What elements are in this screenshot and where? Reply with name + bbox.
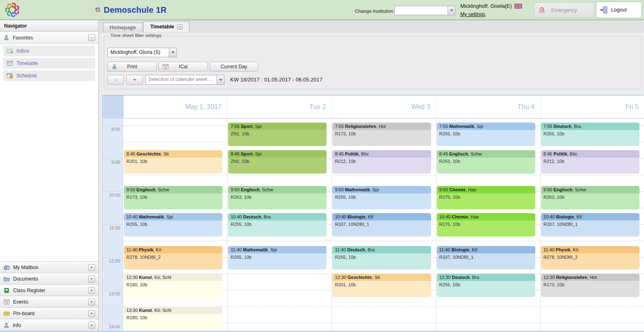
event-header: 8:45 Politik, Böc [332, 150, 431, 158]
event-header: 12:30 Religionslehre, Hot [541, 274, 639, 281]
navigator-sections: My Mailbox+Documents+Class Register+24Ev… [0, 261, 98, 331]
my-settings-link[interactable]: My settings [460, 12, 485, 17]
institution-select-value [395, 6, 448, 15]
timetable-event[interactable]: 10:40 Deutsch, BraR255, 10b [228, 213, 327, 237]
emergency-button[interactable]: Emergency [534, 2, 594, 18]
timetable-event[interactable]: 10:40 Chemie, HaeR275, 10b [437, 213, 535, 237]
person-select[interactable]: Micklinghoff, Gloria (S) [107, 48, 177, 57]
expand-button[interactable]: + [88, 264, 95, 271]
timetable-event[interactable]: 13:30 Kunst, Kö; SchlR180, 10b [124, 306, 222, 330]
event-room-group: R278, 10NDBI_2 [541, 253, 639, 261]
timetable-event[interactable]: 8:45 Geschichte, StiR201, 10b [124, 150, 222, 174]
svg-text:24: 24 [5, 301, 8, 304]
current-day-button[interactable]: Current Day [210, 62, 258, 72]
user-name-text: Micklinghoff, Gisela(E) [460, 3, 512, 9]
sidebar-section-class-register[interactable]: Class Register+ [0, 285, 98, 296]
sidebar-group-favorites[interactable]: Favorites - [0, 32, 98, 44]
timetable-event[interactable]: 8:45 Politik, BöcR212, 10b [541, 150, 639, 174]
expand-button[interactable]: + [88, 276, 95, 283]
tab-timetable[interactable]: Timetable × [143, 21, 189, 32]
expand-button[interactable]: + [88, 322, 95, 329]
dropdown-arrow-icon[interactable] [169, 48, 176, 57]
timetable-event[interactable]: 12:30 Religionslehre, HotR173, 10b [541, 274, 639, 297]
timetable-event[interactable]: 10:40 Biologie, KifR337, 10NDBI_1 [541, 213, 639, 237]
timetable-event[interactable]: 11:40 Mathematik, SpiR255, 10b [228, 246, 327, 269]
event-room-group: R337, 10NDBI_1 [541, 221, 639, 228]
week-plus-button[interactable]: + [126, 75, 143, 85]
event-room-group: R255, 10b [332, 193, 431, 201]
timetable-icon [7, 60, 13, 67]
event-header: 9:50 Englisch, Schw [124, 186, 222, 193]
logout-door-icon [600, 6, 608, 14]
user-name: Micklinghoff, Gisela(E) [460, 3, 522, 9]
dropdown-arrow-icon[interactable] [217, 75, 224, 84]
event-room-group: ZN1, 10b [228, 158, 327, 165]
timetable-event[interactable]: 9:50 Englisch, SchwR173, 10b [124, 186, 222, 209]
ical-button[interactable]: 23 ICal [159, 62, 208, 72]
timetable-event[interactable]: 7:55 Mathematik, SpiR255, 10b [437, 123, 535, 146]
timetable-event[interactable]: 9:50 Englisch, SchwR263, 10b [228, 186, 327, 209]
timetable-event[interactable]: 10:40 Mathematik, SpiR255, 10b [124, 213, 222, 237]
timetable-event[interactable]: 12:30 Deutsch, BraR255, 10b [437, 274, 535, 297]
sidebar-section-info[interactable]: Info+ [0, 319, 98, 331]
timetable-event[interactable]: 9:50 Mathematik, SpiR255, 10b [332, 186, 431, 209]
collapse-button[interactable]: - [88, 34, 95, 41]
timetable-event[interactable]: 7:55 Religionslehre, HotR173, 10b [332, 123, 431, 146]
week-select[interactable]: Selection of calender week ... [145, 75, 224, 85]
sidebar-item-inbox[interactable]: InBox [3, 46, 95, 56]
timetable-event[interactable]: 8:45 Politik, BöcR212, 10b [332, 150, 431, 174]
sidebar-section-documents[interactable]: Documents+ [0, 273, 98, 285]
timetable-event[interactable]: 12:30 Kunst, Kö; SchlR180, 10b [124, 274, 222, 297]
time-label: 11:00 [103, 225, 120, 230]
print-button[interactable]: Print [107, 62, 157, 72]
dropdown-arrow-icon[interactable] [448, 6, 455, 15]
timetable-event[interactable]: 9:50 Englisch, SchwR263, 10b [541, 186, 639, 209]
sidebar-section-label: Documents [13, 276, 38, 282]
column-separator [540, 119, 541, 332]
institution-select[interactable] [394, 6, 455, 15]
book-icon [3, 287, 10, 294]
time-label: 8:00 [103, 127, 120, 132]
event-room-group: R255, 10b [332, 253, 431, 261]
timetable-event[interactable]: 8:45 Englisch, SchwR263, 10b [437, 150, 535, 174]
timetable-event[interactable]: 10:40 Biologie, KifR337, 10NDBI_1 [332, 213, 431, 237]
sidebar-section-my-mailbox[interactable]: My Mailbox+ [0, 262, 98, 273]
calendar-header-gutter [103, 95, 123, 118]
sidebar-item-timetable[interactable]: Timetable [3, 58, 95, 69]
timetable-event[interactable]: 9:50 Chemie, HaeR275, 10b [437, 186, 535, 209]
navigator-panel: Navigator Favorites - InBoxTimetableSche… [0, 20, 99, 332]
event-header: 7:55 Deutsch, Bra [541, 123, 639, 130]
sidebar-item-schedule[interactable]: Schedule [3, 70, 95, 81]
timetable-event[interactable]: 7:55 Deutsch, BraR255, 10b [541, 123, 639, 146]
timetable-event[interactable]: 11:40 Deutsch, BraR255, 10b [332, 246, 431, 269]
sidebar-section-events[interactable]: 24Events+ [0, 296, 98, 308]
school-name: Demoschule 1R [104, 5, 167, 15]
tab-homepage-label: Homepage [110, 25, 136, 30]
expand-button[interactable]: + [88, 287, 95, 294]
event-header: 11:40 Biologie, Kif [437, 246, 535, 253]
timetable-event[interactable]: 12:30 Geschichte, StiR201, 10b [332, 274, 431, 297]
print-stamp-icon [111, 63, 118, 70]
sidebar-section-pin-board[interactable]: Pin-board+ [0, 308, 98, 319]
week-minus-button[interactable]: - [107, 75, 124, 85]
timetable-event[interactable]: 8:45 Sport, SpiZN1, 10b [228, 150, 327, 174]
expand-button[interactable]: + [88, 310, 95, 317]
sidebar-section-label: Pin-board [13, 311, 35, 316]
event-room-group: ZN1, 10b [228, 130, 327, 137]
close-icon[interactable]: × [177, 24, 182, 30]
time-label: 13:00 [103, 291, 120, 296]
timetable-event[interactable]: 11:40 Physik, KöR278, 10NDBI_2 [124, 246, 222, 269]
column-separator [436, 119, 436, 332]
event-header: 10:40 Chemie, Hae [437, 213, 535, 221]
timetable-event[interactable]: 11:40 Physik, KöR278, 10NDBI_2 [541, 246, 639, 269]
expand-button[interactable]: + [88, 299, 95, 306]
sidebar-section-label: My Mailbox [13, 265, 38, 270]
timetable-event[interactable]: 7:55 Sport, SpiZN1, 10b [228, 123, 327, 146]
sidebar-section-label: Events [13, 299, 28, 305]
tab-homepage[interactable]: Homepage [103, 23, 142, 32]
event-header: 8:45 Englisch, Schw [437, 150, 535, 158]
timetable-event[interactable]: 11:40 Biologie, KifR337, 10NDBI_1 [437, 246, 535, 269]
inbox-icon [7, 48, 13, 54]
logout-button[interactable]: Logout [596, 2, 642, 18]
event-header: 10:40 Mathematik, Spi [124, 213, 222, 221]
